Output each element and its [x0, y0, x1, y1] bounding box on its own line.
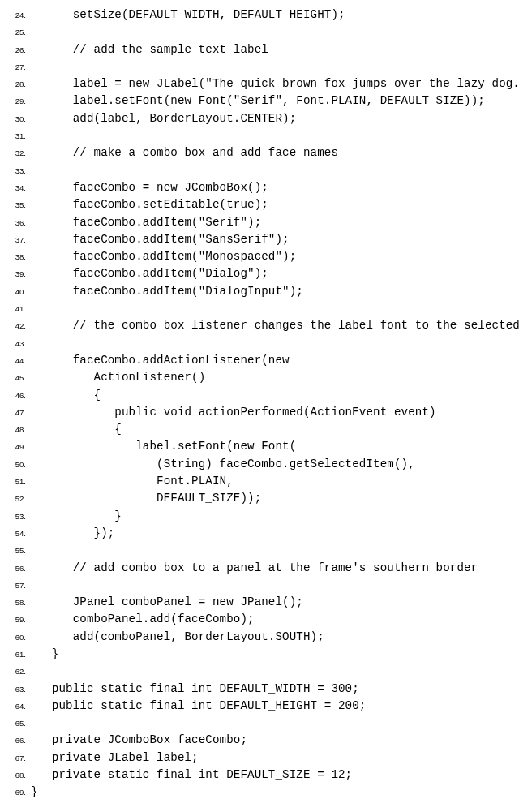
line-number: 60. — [0, 629, 31, 646]
code-line: 51. Font.PLAIN, — [0, 473, 519, 490]
code-line: 31. — [0, 127, 519, 144]
code-text: faceCombo.addItem("Serif"); — [31, 214, 519, 231]
code-text: faceCombo.addItem("Monospaced"); — [31, 248, 519, 265]
line-number: 28. — [0, 75, 31, 92]
code-text: } — [31, 784, 519, 801]
code-text: // add the sample text label — [31, 41, 519, 58]
code-line: 30. add(label, BorderLayout.CENTER); — [0, 110, 519, 127]
code-line: 39. faceCombo.addItem("Dialog"); — [0, 265, 519, 282]
line-number: 34. — [0, 179, 31, 196]
code-line: 42. // the combo box listener changes th… — [0, 317, 519, 334]
code-line: 68. private static final int DEFAULT_SIZ… — [0, 767, 519, 784]
line-number: 44. — [0, 352, 31, 369]
line-number: 39. — [0, 265, 31, 282]
code-text: }); — [31, 525, 519, 542]
code-text: add(comboPanel, BorderLayout.SOUTH); — [31, 629, 519, 646]
code-text: faceCombo.addActionListener(new — [31, 352, 519, 369]
line-number: 42. — [0, 317, 31, 334]
code-line: 25. — [0, 24, 519, 41]
code-line: 46. { — [0, 387, 519, 404]
line-number: 31. — [0, 127, 31, 144]
code-line: 28. label = new JLabel("The quick brown … — [0, 75, 519, 92]
line-number: 29. — [0, 92, 31, 110]
code-line: 48. { — [0, 421, 519, 438]
code-line: 32. // make a combo box and add face nam… — [0, 144, 519, 161]
line-number: 41. — [0, 300, 31, 317]
code-line: 37. faceCombo.addItem("SansSerif"); — [0, 231, 519, 248]
code-text: // make a combo box and add face names — [31, 144, 519, 161]
line-number: 38. — [0, 248, 31, 265]
line-number: 27. — [0, 58, 31, 75]
code-line: 44. faceCombo.addActionListener(new — [0, 352, 519, 369]
code-line: 27. — [0, 58, 519, 75]
code-text: } — [31, 508, 519, 525]
line-number: 56. — [0, 560, 31, 577]
line-number: 69. — [0, 784, 31, 801]
line-number: 37. — [0, 231, 31, 248]
line-number: 46. — [0, 387, 31, 404]
line-number: 25. — [0, 24, 31, 41]
code-text: private static final int DEFAULT_SIZE = … — [31, 767, 519, 784]
code-line: 40. faceCombo.addItem("DialogInput"); — [0, 283, 519, 300]
code-text: ActionListener() — [31, 369, 519, 386]
line-number: 67. — [0, 750, 31, 767]
line-number: 68. — [0, 767, 31, 784]
code-line: 53. } — [0, 508, 519, 525]
code-text: faceCombo.addItem("SansSerif"); — [31, 231, 519, 248]
code-text: label.setFont(new Font( — [31, 438, 519, 455]
code-line: 54. }); — [0, 525, 519, 542]
code-line: 59. comboPanel.add(faceCombo); — [0, 611, 519, 628]
code-line: 33. — [0, 162, 519, 179]
code-text: comboPanel.add(faceCombo); — [31, 611, 519, 628]
code-text: public static final int DEFAULT_WIDTH = … — [31, 681, 519, 698]
code-line: 61. } — [0, 646, 519, 663]
code-text: JPanel comboPanel = new JPanel(); — [31, 594, 519, 611]
line-number: 64. — [0, 698, 31, 715]
code-line: 56. // add combo box to a panel at the f… — [0, 560, 519, 577]
code-text: { — [31, 421, 519, 438]
line-number: 66. — [0, 732, 31, 749]
code-line: 57. — [0, 577, 519, 594]
line-number: 24. — [0, 6, 31, 24]
code-text: public void actionPerformed(ActionEvent … — [31, 404, 519, 421]
line-number: 40. — [0, 283, 31, 300]
code-line: 62. — [0, 663, 519, 680]
line-number: 43. — [0, 335, 31, 352]
line-number: 58. — [0, 594, 31, 611]
code-text: } — [31, 646, 519, 663]
code-text: DEFAULT_SIZE)); — [31, 490, 519, 507]
code-text: faceCombo.setEditable(true); — [31, 196, 519, 213]
line-number: 50. — [0, 456, 31, 473]
code-line: 49. label.setFont(new Font( — [0, 438, 519, 455]
code-line: 55. — [0, 542, 519, 559]
code-line: 69.} — [0, 784, 519, 801]
line-number: 65. — [0, 715, 31, 732]
code-text: setSize(DEFAULT_WIDTH, DEFAULT_HEIGHT); — [31, 6, 519, 24]
line-number: 33. — [0, 162, 31, 179]
line-number: 52. — [0, 490, 31, 507]
code-text: public static final int DEFAULT_HEIGHT =… — [31, 698, 519, 715]
line-number: 49. — [0, 438, 31, 455]
line-number: 45. — [0, 369, 31, 386]
code-text: label = new JLabel("The quick brown fox … — [31, 75, 519, 92]
code-text: { — [31, 387, 519, 404]
code-line: 38. faceCombo.addItem("Monospaced"); — [0, 248, 519, 265]
code-text: Font.PLAIN, — [31, 473, 519, 490]
line-number: 51. — [0, 473, 31, 490]
code-text: // the combo box listener changes the la… — [31, 317, 519, 334]
code-line: 34. faceCombo = new JComboBox(); — [0, 179, 519, 196]
line-number: 53. — [0, 508, 31, 525]
line-number: 54. — [0, 525, 31, 542]
line-number: 35. — [0, 196, 31, 213]
line-number: 63. — [0, 681, 31, 698]
code-line: 29. label.setFont(new Font("Serif", Font… — [0, 92, 519, 110]
line-number: 47. — [0, 404, 31, 421]
code-line: 67. private JLabel label; — [0, 750, 519, 767]
code-line: 64. public static final int DEFAULT_HEIG… — [0, 698, 519, 715]
code-text: faceCombo.addItem("Dialog"); — [31, 265, 519, 282]
line-number: 55. — [0, 542, 31, 559]
line-number: 61. — [0, 646, 31, 663]
code-line: 24. setSize(DEFAULT_WIDTH, DEFAULT_HEIGH… — [0, 6, 519, 24]
line-number: 62. — [0, 663, 31, 680]
code-line: 43. — [0, 335, 519, 352]
